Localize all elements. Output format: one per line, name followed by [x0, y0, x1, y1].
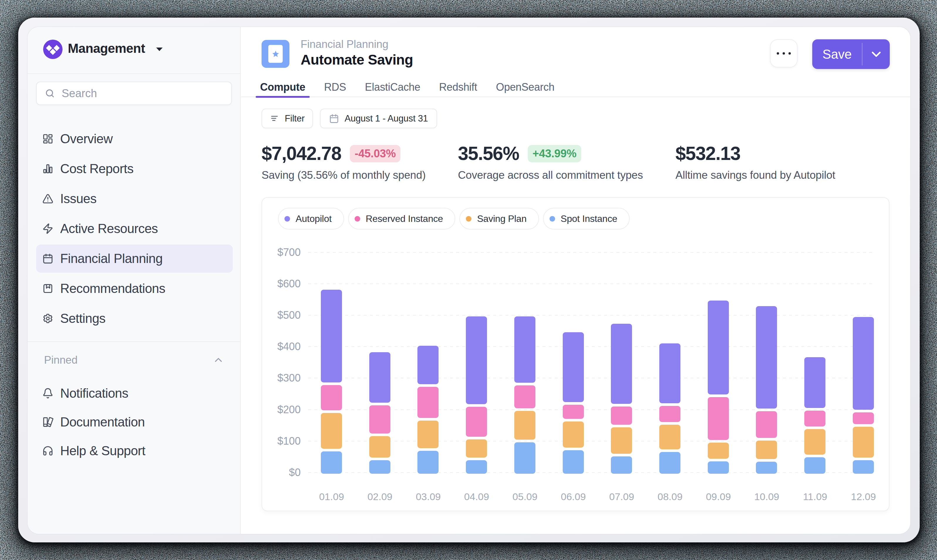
dot	[777, 52, 779, 55]
chevron-up-icon[interactable]	[214, 355, 223, 365]
x-axis-label: 06.09	[549, 491, 598, 503]
bar-segment-saving-plan[interactable]	[756, 440, 777, 459]
tab-redshift[interactable]: Redshift	[435, 77, 482, 97]
bar-segment-autopilot[interactable]	[708, 300, 729, 394]
bar-segment-spot-instance[interactable]	[804, 457, 825, 474]
bar-segment-autopilot[interactable]	[369, 352, 391, 402]
bar-segment-autopilot[interactable]	[756, 306, 777, 409]
bar-segment-reserved-instance[interactable]	[804, 411, 825, 426]
more-actions-button[interactable]	[770, 39, 798, 68]
bar-segment-reserved-instance[interactable]	[708, 397, 729, 440]
bar-segment-spot-instance[interactable]	[563, 450, 584, 474]
x-axis-label: 09.09	[694, 491, 743, 503]
bar-segment-autopilot[interactable]	[466, 316, 487, 404]
tab-compute[interactable]: Compute	[256, 77, 310, 97]
dot	[783, 52, 785, 55]
bar-segment-reserved-instance[interactable]	[756, 411, 777, 438]
bar-segment-saving-plan[interactable]	[853, 427, 874, 458]
sidebar-item-financial-planning[interactable]: Financial Planning	[36, 245, 233, 273]
bar-segment-saving-plan[interactable]	[708, 443, 729, 459]
headphones-icon	[42, 445, 54, 456]
bar-segment-reserved-instance[interactable]	[321, 385, 342, 410]
bar-segment-autopilot[interactable]	[853, 317, 874, 410]
bar-segment-reserved-instance[interactable]	[417, 387, 438, 418]
y-axis-label: $100	[262, 435, 301, 447]
gridline-300	[308, 378, 874, 378]
page-header-text: Financial Planning Automate Saving	[301, 38, 413, 68]
bar-segment-spot-instance[interactable]	[466, 460, 487, 474]
bar-segment-autopilot[interactable]	[659, 343, 680, 403]
sidebar-item-issues[interactable]: Issues	[36, 185, 233, 213]
bell-icon	[42, 388, 54, 399]
sidebar-item-label: Help & Support	[60, 443, 145, 458]
save-button[interactable]: Save	[812, 39, 890, 69]
pinned-title: Pinned	[44, 354, 77, 366]
bar-segment-saving-plan[interactable]	[611, 427, 632, 454]
stat-badge: +43.99%	[528, 145, 581, 162]
sidebar-item-active-resources[interactable]: Active Resources	[36, 215, 233, 243]
zap-icon	[42, 223, 54, 234]
y-axis-label: $200	[262, 404, 301, 415]
pinned-section-header[interactable]: Pinned	[36, 350, 233, 371]
sidebar-item-settings[interactable]: Settings	[36, 305, 233, 332]
bar-segment-autopilot[interactable]	[417, 346, 438, 385]
workspace-switcher[interactable]: Management	[28, 27, 240, 73]
sidebar-item-overview[interactable]: Overview	[36, 125, 233, 153]
bar-segment-spot-instance[interactable]	[369, 460, 391, 474]
stat-label: Alltime savings found by Autopilot	[675, 169, 835, 182]
stat-value: $532.13	[675, 143, 740, 165]
tab-rds[interactable]: RDS	[320, 77, 351, 97]
bar-segment-spot-instance[interactable]	[659, 452, 680, 474]
gridline-0	[308, 472, 874, 473]
sidebar-item-label: Active Resources	[60, 221, 158, 236]
bar-segment-autopilot[interactable]	[563, 332, 584, 402]
bar-segment-spot-instance[interactable]	[321, 451, 342, 474]
sidebar-item-recommendations[interactable]: Recommendations	[36, 274, 233, 303]
sidebar-item-label: Notifications	[60, 386, 128, 401]
x-axis-label: 02.09	[356, 491, 404, 503]
gridline-700	[308, 252, 874, 253]
search-input[interactable]	[62, 87, 231, 100]
bar-segment-saving-plan[interactable]	[417, 421, 438, 448]
bar-segment-autopilot[interactable]	[804, 357, 825, 408]
bar-segment-autopilot[interactable]	[611, 324, 632, 404]
bar-segment-saving-plan[interactable]	[659, 425, 680, 449]
tab-elasticache[interactable]: ElastiCache	[360, 77, 425, 97]
bar-segment-reserved-instance[interactable]	[369, 405, 391, 434]
bar-segment-saving-plan[interactable]	[804, 429, 825, 455]
warning-icon	[42, 193, 54, 204]
sidebar-item-help-support[interactable]: Help & Support	[36, 437, 233, 465]
bar-segment-reserved-instance[interactable]	[611, 406, 632, 425]
stat-value: 35.56%	[458, 143, 519, 165]
search-box[interactable]	[36, 82, 232, 105]
filter-button[interactable]: Filter	[262, 109, 313, 128]
sidebar-item-notifications[interactable]: Notifications	[36, 379, 233, 408]
bar-segment-saving-plan[interactable]	[514, 411, 535, 440]
bar-segment-reserved-instance[interactable]	[853, 412, 874, 424]
bar-segment-spot-instance[interactable]	[853, 460, 874, 474]
chart-plot: $0$100$200$300$400$500$600$70001.0902.09…	[262, 198, 889, 511]
bar-segment-saving-plan[interactable]	[563, 422, 584, 448]
bar-segment-reserved-instance[interactable]	[563, 405, 584, 419]
sidebar-item-documentation[interactable]: Documentation	[36, 408, 233, 436]
bookmark-icon	[42, 283, 54, 294]
bar-segment-saving-plan[interactable]	[321, 413, 342, 449]
bar-segment-spot-instance[interactable]	[756, 462, 777, 474]
bar-segment-autopilot[interactable]	[321, 290, 342, 382]
bar-segment-spot-instance[interactable]	[708, 462, 729, 474]
date-range-button[interactable]: August 1 - August 31	[320, 109, 437, 128]
bar-segment-reserved-instance[interactable]	[514, 385, 535, 408]
bar-segment-reserved-instance[interactable]	[659, 406, 680, 422]
sidebar-item-label: Cost Reports	[60, 162, 134, 176]
bar-segment-autopilot[interactable]	[514, 316, 535, 383]
bar-segment-saving-plan[interactable]	[369, 436, 391, 458]
save-dropdown-toggle[interactable]	[862, 39, 890, 69]
gridline-200	[308, 409, 874, 410]
bar-segment-saving-plan[interactable]	[466, 439, 487, 458]
bar-segment-spot-instance[interactable]	[611, 456, 632, 474]
bar-segment-spot-instance[interactable]	[514, 442, 535, 474]
bar-segment-reserved-instance[interactable]	[466, 407, 487, 437]
bar-segment-spot-instance[interactable]	[417, 451, 438, 474]
sidebar-item-cost-reports[interactable]: Cost Reports	[36, 155, 233, 183]
tab-opensearch[interactable]: OpenSearch	[491, 77, 559, 97]
